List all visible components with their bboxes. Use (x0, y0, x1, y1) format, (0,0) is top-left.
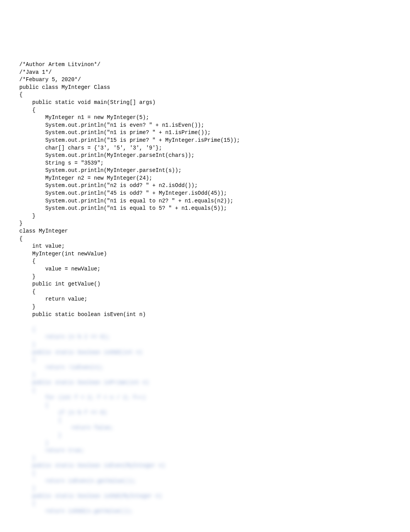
code-line: } (19, 432, 61, 439)
code-line: System.out.println(MyInteger.parseInt(ch… (19, 152, 195, 158)
code-line: /*Author Artem Litvinon*/ (19, 61, 100, 68)
code-line: for (int f = 2; f < n / 2; f++) (19, 394, 146, 401)
code-line: } (19, 213, 36, 219)
code-line: { (19, 258, 36, 264)
code-line: } (19, 304, 36, 310)
code-line: char[] chars = {'3', '5', '3', '9'}; (19, 145, 162, 151)
code-line: { (19, 387, 36, 393)
code-line: System.out.println("n1 is even? " + n1.i… (19, 122, 204, 128)
code-line: { (19, 92, 22, 98)
code-line: return isEven(n.getValue()); (19, 478, 136, 484)
code-line: class MyInteger (19, 228, 68, 234)
code-line: return (n % 2 == 0); (19, 334, 110, 340)
code-document: /*Author Artem Litvinon*/ /*Java 1*/ /*F… (19, 53, 391, 523)
code-line: MyInteger n1 = new MyInteger(5); (19, 114, 149, 121)
blurred-code-section: { return (n % 2 == 0); } public static b… (19, 326, 391, 515)
code-line: { (19, 289, 36, 295)
code-line: return true; (19, 447, 84, 454)
code-line: public static boolean isEven(MyInteger n… (19, 462, 165, 469)
code-line: } (19, 485, 36, 491)
code-line: System.out.println(MyInteger.parseInt(s)… (19, 167, 181, 173)
code-line: { (19, 107, 36, 113)
code-line: MyInteger(int newValue) (19, 251, 107, 257)
code-line: System.out.println("n1 is prime? " + n1.… (19, 129, 211, 136)
code-line: System.out.println("15 is prime? " + MyI… (19, 137, 240, 143)
code-line: { (19, 417, 61, 423)
code-line: { (19, 470, 36, 476)
code-line: /*Febuary 5, 2020*/ (19, 76, 81, 83)
code-line: String s = "3539"; (19, 160, 103, 166)
code-line: } (19, 455, 36, 461)
visible-code-section: /*Author Artem Litvinon*/ /*Java 1*/ /*F… (19, 61, 391, 318)
code-line: } (19, 372, 36, 378)
code-line: if (n % f == 0) (19, 410, 107, 416)
code-line: System.out.println("n1 is equal to n2? "… (19, 198, 234, 204)
code-line: public static void main(String[] args) (19, 99, 156, 105)
code-line: { (19, 357, 36, 363)
code-line: } (19, 440, 49, 446)
code-line: System.out.println("45 is odd? " + MyInt… (19, 190, 227, 196)
code-line: return false; (19, 425, 114, 431)
code-line: } (19, 274, 36, 280)
code-line: { (19, 326, 36, 333)
code-line: } (19, 220, 22, 226)
code-line: int value; (19, 243, 65, 249)
code-line: return value; (19, 296, 87, 302)
code-line: System.out.println("n1 is equal to 5? " … (19, 205, 227, 211)
code-line: public static boolean isOdd(MyInteger n) (19, 493, 162, 499)
code-line: System.out.println("n2 is odd? " + n2.is… (19, 182, 198, 189)
code-line: public static boolean isPrime(int n) (19, 379, 149, 386)
code-line: return !isEven(n); (19, 364, 103, 371)
code-line: public int getValue() (19, 281, 100, 287)
code-line: { (19, 402, 49, 408)
code-line: public static boolean isOdd(int n) (19, 349, 142, 355)
code-line: value = newValue; (19, 266, 100, 272)
code-line: } (19, 342, 36, 348)
code-line: /*Java 1*/ (19, 69, 52, 75)
code-line: public static boolean isEven(int n) (19, 311, 146, 318)
code-line: { (19, 500, 36, 507)
code-line: { (19, 236, 22, 242)
code-line: return isOdd(n.getValue()); (19, 508, 133, 514)
code-line: MyInteger n2 = new MyInteger(24); (19, 175, 152, 181)
code-line: public class MyInteger Class (19, 84, 110, 90)
